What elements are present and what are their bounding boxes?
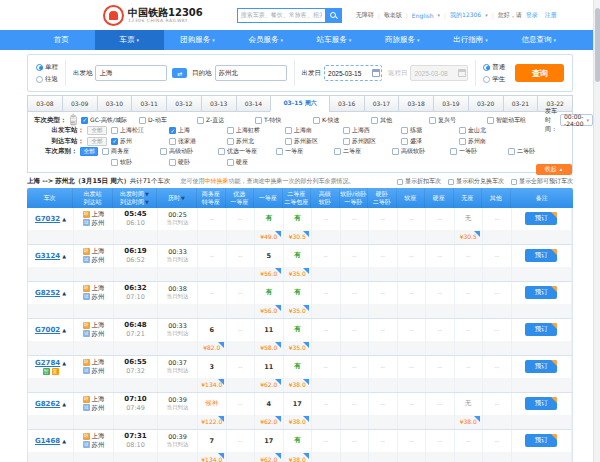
checkbox-icon[interactable] (169, 159, 176, 166)
top-link-2[interactable]: English (412, 12, 434, 19)
filter-option-1-5[interactable]: 练塘 (401, 126, 459, 135)
checkbox-checked-icon[interactable] (81, 117, 88, 124)
checkbox-icon[interactable] (450, 148, 457, 155)
nav-item-3[interactable]: 会员服务▾ (232, 30, 300, 50)
checkbox-icon[interactable] (169, 138, 176, 145)
checkbox-checked-icon[interactable] (111, 138, 118, 145)
date-tab-13[interactable]: 03-21 (503, 95, 539, 112)
checkbox-icon[interactable] (111, 159, 118, 166)
filter-option-4-2[interactable]: 硬座 (227, 158, 285, 167)
date-tab-6[interactable]: 03-14 (236, 95, 272, 112)
filter-option-1-3[interactable]: 上海南 (285, 126, 343, 135)
from-station-input[interactable] (95, 65, 167, 81)
display-option-1[interactable]: 显示积分兑换车次 (448, 177, 504, 186)
date-tab-12[interactable]: 03-20 (468, 95, 504, 112)
filter-option-3-6[interactable]: 一等卧 (450, 147, 508, 156)
filter-option-0-0[interactable]: GC-高铁/城际 (81, 116, 139, 125)
filter-option-2-2[interactable]: 苏州北 (227, 137, 285, 146)
date-tab-7[interactable]: 03-15 周六 (270, 95, 329, 112)
select-all-button[interactable]: 全部 (87, 137, 107, 146)
sort-icon[interactable]: ▼ (145, 191, 149, 197)
checkbox-icon[interactable] (343, 127, 350, 134)
filter-option-0-6[interactable]: 复兴号 (429, 116, 487, 125)
filter-option-1-2[interactable]: 上海虹桥 (227, 126, 285, 135)
trip-type-single-radio[interactable]: 单程 (36, 63, 58, 72)
filter-option-3-7[interactable]: 二等卧 (508, 147, 566, 156)
train-number-link[interactable]: G8252 (35, 289, 60, 297)
calendar-icon[interactable] (372, 69, 380, 77)
scrollbar-thumb[interactable] (595, 8, 600, 82)
book-button[interactable]: 预订 (525, 434, 557, 447)
display-option-2[interactable]: 显示全部可预订车次 (511, 177, 573, 186)
train-number-link[interactable]: G8262 (35, 400, 60, 408)
filter-option-0-7[interactable]: 智能动车组 (487, 116, 545, 125)
checkbox-icon[interactable] (371, 117, 378, 124)
passenger-student-radio[interactable]: 学生 (483, 75, 505, 84)
filter-option-1-1[interactable]: 上海 (169, 126, 227, 135)
select-all-button[interactable]: 全部 (70, 116, 78, 125)
to-station-input[interactable] (215, 65, 287, 81)
checkbox-icon[interactable] (459, 127, 466, 134)
nav-item-6[interactable]: 出行指南▾ (437, 30, 505, 50)
column-header-3[interactable]: 历时▼ (157, 188, 197, 208)
checkbox-icon[interactable] (401, 127, 408, 134)
book-button[interactable]: 预订 (525, 323, 557, 336)
collapse-price-icon[interactable]: ▲ (62, 438, 66, 444)
date-tab-4[interactable]: 03-12 (166, 95, 202, 112)
filter-option-4-1[interactable]: 硬卧 (169, 158, 227, 167)
nav-item-7[interactable]: 信息查询▾ (505, 30, 573, 50)
train-number-link[interactable]: G7002 (35, 326, 60, 334)
filter-option-4-0[interactable]: 软卧 (111, 158, 169, 167)
filter-option-3-4[interactable]: 二等座 (334, 147, 392, 156)
checkbox-icon[interactable] (197, 117, 204, 124)
site-search-input[interactable] (237, 8, 325, 23)
departure-time-select[interactable]: 00:00--24:00▾ (560, 114, 593, 126)
filter-option-2-3[interactable]: 苏州新区 (285, 137, 343, 146)
top-link-3[interactable]: 我的12306 (450, 11, 481, 20)
book-button[interactable]: 预订 (525, 360, 557, 373)
collapse-price-icon[interactable]: ▲ (62, 216, 66, 222)
checkbox-icon[interactable] (160, 148, 167, 155)
collapse-price-icon[interactable]: ▲ (62, 327, 66, 333)
filter-option-3-5[interactable]: 高级软卧 (392, 147, 450, 156)
collapse-price-icon[interactable]: ▲ (62, 360, 66, 366)
checkbox-icon[interactable] (508, 148, 515, 155)
train-number-link[interactable]: G2784 (35, 359, 60, 367)
checkbox-icon[interactable] (227, 138, 234, 145)
browser-scrollbar[interactable] (593, 0, 600, 462)
date-tab-3[interactable]: 03-11 (131, 95, 167, 112)
nav-item-4[interactable]: 站车服务▾ (300, 30, 368, 50)
filter-option-0-5[interactable]: 其他 (371, 116, 429, 125)
nav-item-0[interactable]: 首页 (27, 30, 95, 50)
swap-stations-button[interactable]: ⇄ (172, 68, 187, 78)
filter-option-2-6[interactable]: 苏州南 (459, 137, 517, 146)
book-button[interactable]: 预订 (525, 249, 557, 262)
date-tab-8[interactable]: 03-16 (329, 95, 365, 112)
sort-icon[interactable]: ▼ (181, 195, 185, 201)
sort-icon[interactable]: ▼ (145, 199, 149, 205)
login-link[interactable]: 登录 (526, 11, 538, 20)
trip-type-round-radio[interactable]: 往返 (36, 75, 58, 84)
checkbox-icon[interactable] (313, 117, 320, 124)
checkbox-icon[interactable] (401, 138, 408, 145)
query-button[interactable]: 查询 (515, 64, 564, 82)
collapse-filters-button[interactable]: 收起 ▲ (536, 164, 572, 175)
book-button[interactable]: 预订 (525, 286, 557, 299)
filter-option-3-3[interactable]: 一等座 (276, 147, 334, 156)
checkbox-icon[interactable] (227, 127, 234, 134)
filter-option-3-1[interactable]: 高级动卧 (160, 147, 218, 156)
date-tab-5[interactable]: 03-13 (201, 95, 237, 112)
filter-option-3-0[interactable]: 商务座 (102, 147, 160, 156)
filter-option-1-4[interactable]: 上海西 (343, 126, 401, 135)
nav-item-1[interactable]: 车票▾ (95, 30, 163, 50)
filter-option-3-2[interactable]: 优选一等座 (218, 147, 276, 156)
checkbox-icon[interactable] (285, 138, 292, 145)
select-all-button[interactable]: 全部 (80, 147, 98, 156)
checkbox-icon[interactable] (487, 117, 494, 124)
filter-option-1-0[interactable]: 上海松江 (111, 126, 169, 135)
filter-option-2-1[interactable]: 张家港 (169, 137, 227, 146)
passenger-normal-radio[interactable]: 普通 (483, 63, 505, 72)
brand-logo[interactable]: 中国铁路12306 12306 CHINA RAILWAY (103, 5, 203, 26)
filter-option-0-1[interactable]: D-动车 (139, 116, 197, 125)
checkbox-icon[interactable] (255, 117, 262, 124)
